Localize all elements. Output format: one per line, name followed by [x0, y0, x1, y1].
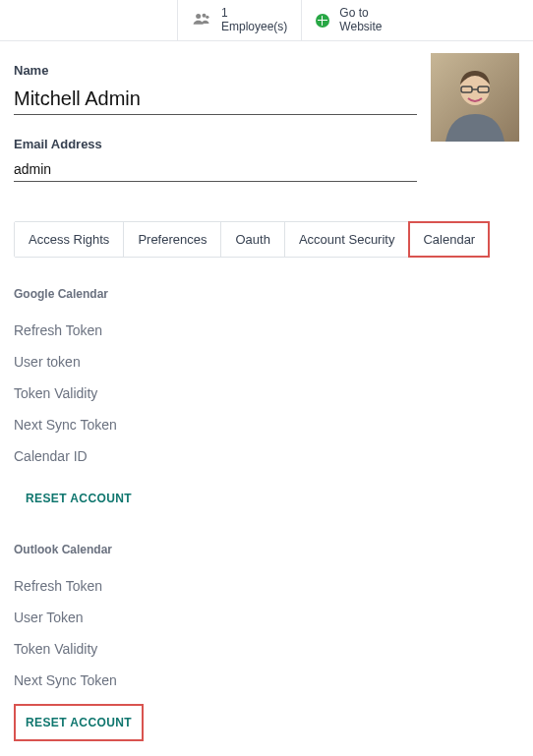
google-token-validity: Token Validity	[14, 378, 519, 409]
top-stat-bar: 1 Employee(s) Go to Website	[0, 0, 533, 41]
outlook-user-token: User Token	[14, 602, 519, 633]
employees-icon	[192, 12, 211, 29]
goto-website-stat[interactable]: Go to Website	[301, 0, 395, 40]
tab-account-security[interactable]: Account Security	[285, 222, 410, 257]
google-calendar-id: Calendar ID	[14, 440, 519, 472]
employees-stat[interactable]: 1 Employee(s)	[177, 0, 301, 40]
tab-calendar[interactable]: Calendar	[409, 222, 489, 257]
svg-point-2	[206, 16, 208, 19]
website-line1: Go to	[339, 7, 382, 20]
outlook-refresh-token: Refresh Token	[14, 570, 519, 602]
outlook-calendar-section: Outlook Calendar Refresh Token User Toke…	[0, 523, 533, 747]
outlook-reset-button[interactable]: RESET ACCOUNT	[14, 704, 144, 741]
avatar[interactable]	[431, 53, 519, 142]
email-label: Email Address	[14, 137, 417, 151]
tabs: Access Rights Preferences Oauth Account …	[14, 221, 490, 258]
google-calendar-section: Google Calendar Refresh Token User token…	[0, 267, 533, 523]
email-field-group: Email Address	[14, 137, 417, 182]
tab-preferences[interactable]: Preferences	[124, 222, 221, 257]
svg-point-1	[203, 14, 207, 18]
globe-icon	[316, 14, 329, 28]
employees-count: 1	[221, 7, 287, 20]
google-section-title: Google Calendar	[14, 287, 519, 301]
email-input[interactable]	[14, 157, 417, 182]
tab-oauth[interactable]: Oauth	[221, 222, 284, 257]
outlook-section-title: Outlook Calendar	[14, 543, 519, 556]
google-user-token: User token	[14, 346, 519, 378]
website-line2: Website	[339, 21, 382, 33]
google-refresh-token: Refresh Token	[14, 315, 519, 346]
google-reset-button[interactable]: RESET ACCOUNT	[14, 480, 144, 517]
outlook-token-validity: Token Validity	[14, 633, 519, 665]
google-next-sync-token: Next Sync Token	[14, 409, 519, 440]
employees-text: 1 Employee(s)	[221, 7, 287, 32]
form-area: Name Email Address Access Rights Prefere…	[0, 41, 533, 267]
name-input[interactable]	[14, 84, 417, 115]
tab-access-rights[interactable]: Access Rights	[15, 222, 124, 257]
name-label: Name	[14, 63, 417, 78]
name-field-group: Name	[14, 63, 417, 115]
svg-point-0	[196, 14, 201, 19]
website-text: Go to Website	[339, 7, 382, 32]
outlook-next-sync-token: Next Sync Token	[14, 665, 519, 696]
employees-label: Employee(s)	[221, 21, 287, 33]
